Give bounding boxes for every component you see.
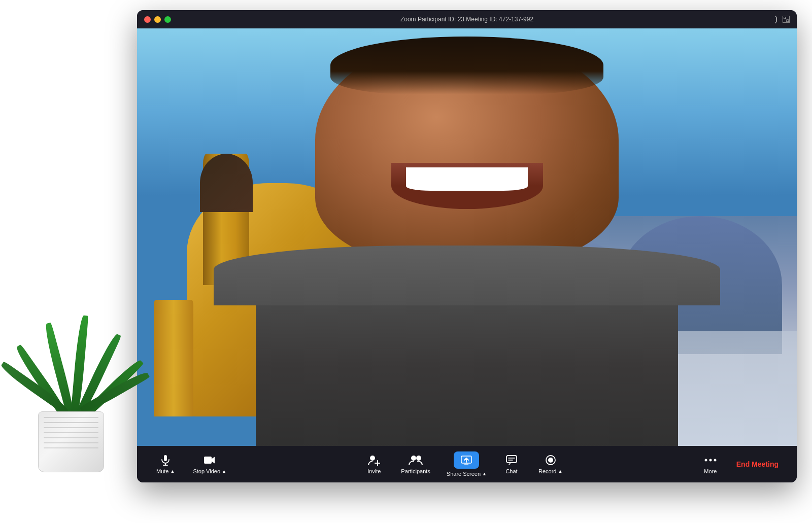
mute-label: Mute ▲ [156, 468, 175, 474]
svg-point-19 [709, 459, 712, 462]
stop-video-button[interactable]: Stop Video ▲ [184, 450, 235, 478]
end-meeting-button[interactable]: End Meeting [728, 456, 787, 472]
svg-point-9 [411, 456, 416, 461]
dark-mode-icon[interactable]: ) [775, 15, 777, 24]
person-teeth [406, 167, 527, 190]
share-screen-label-container: Share Screen ▲ [447, 471, 487, 477]
window-title: Zoom Participant ID: 23 Meeting ID: 472-… [400, 16, 533, 23]
svg-rect-5 [204, 457, 212, 464]
record-label: Record ▲ [538, 468, 562, 474]
person-shoulders [214, 246, 720, 306]
share-screen-badge [454, 451, 479, 469]
pot-line [44, 447, 98, 448]
title-bar: Zoom Participant ID: 23 Meeting ID: 472-… [137, 10, 797, 28]
mute-caret: ▲ [170, 469, 175, 474]
stop-video-label: Stop Video ▲ [193, 468, 226, 474]
person-container [137, 28, 797, 446]
close-button[interactable] [144, 16, 151, 23]
title-bar-controls: ) [775, 15, 790, 24]
fullscreen-icon[interactable] [783, 16, 790, 23]
person-body [256, 246, 678, 446]
svg-rect-13 [506, 456, 517, 463]
svg-point-10 [416, 456, 421, 461]
plant-leaves [20, 229, 122, 422]
video-icon [204, 454, 216, 466]
chat-label: Chat [505, 468, 517, 474]
svg-point-18 [704, 459, 707, 462]
participants-label: Participants [401, 468, 430, 474]
pot-line [44, 427, 98, 428]
more-label: More [704, 468, 717, 474]
scene: Zoom Participant ID: 23 Meeting ID: 472-… [0, 0, 812, 523]
svg-point-20 [714, 459, 716, 462]
pot-line [44, 442, 98, 443]
pot-line [44, 422, 98, 423]
zoom-window: Zoom Participant ID: 23 Meeting ID: 472-… [137, 10, 797, 482]
chat-icon [506, 454, 517, 466]
plant-pot [38, 411, 104, 472]
person-mouth [391, 163, 543, 209]
invite-icon [368, 454, 380, 466]
pot-lines [44, 417, 98, 467]
share-screen-button[interactable]: Share Screen ▲ [439, 448, 494, 480]
toolbar: Mute ▲ Stop Video ▲ [137, 446, 797, 482]
pot-line [44, 432, 98, 433]
share-screen-caret: ▲ [482, 471, 487, 476]
participants-button[interactable]: Participants [392, 450, 439, 478]
record-caret: ▲ [558, 469, 562, 474]
svg-rect-0 [784, 17, 786, 19]
more-icon [704, 454, 717, 466]
microphone-icon [160, 454, 171, 466]
mute-button[interactable]: Mute ▲ [147, 450, 184, 478]
person-head [315, 37, 619, 266]
invite-button[interactable]: Invite [356, 450, 392, 478]
minimize-button[interactable] [154, 16, 161, 23]
video-area [137, 28, 797, 446]
more-button[interactable]: More [693, 450, 728, 478]
svg-point-17 [548, 458, 553, 463]
svg-rect-1 [787, 20, 789, 22]
svg-rect-2 [164, 455, 167, 461]
record-icon [545, 454, 556, 466]
svg-point-6 [370, 456, 375, 461]
invite-label: Invite [367, 468, 381, 474]
person-hair [330, 37, 603, 94]
maximize-button[interactable] [164, 16, 171, 23]
chat-button[interactable]: Chat [494, 450, 529, 478]
traffic-lights [144, 16, 171, 23]
toolbar-items: Mute ▲ Stop Video ▲ [147, 448, 728, 480]
participants-icon [409, 454, 423, 466]
pot-line [44, 417, 98, 418]
pot-line [44, 437, 98, 438]
record-button[interactable]: Record ▲ [529, 450, 571, 478]
plant-decoration [15, 229, 127, 472]
video-caret: ▲ [222, 469, 226, 474]
share-screen-icon [461, 454, 472, 466]
